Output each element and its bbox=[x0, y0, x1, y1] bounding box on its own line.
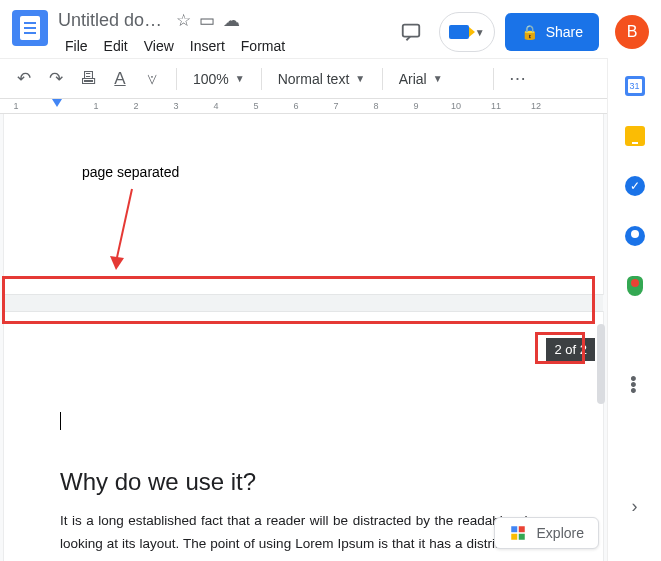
svg-rect-0 bbox=[402, 25, 419, 37]
star-icon[interactable]: ☆ bbox=[176, 10, 191, 31]
svg-rect-5 bbox=[511, 534, 517, 540]
comments-icon[interactable] bbox=[393, 14, 429, 50]
zoom-dropdown[interactable]: 100% ▼ bbox=[187, 65, 251, 93]
docs-app-icon[interactable] bbox=[12, 10, 48, 46]
move-icon[interactable]: ▭ bbox=[199, 10, 215, 31]
ruler-tick: 12 bbox=[531, 101, 541, 111]
addons-more-icon[interactable]: ••• bbox=[630, 376, 638, 394]
annotation-box-large bbox=[2, 276, 595, 324]
svg-marker-2 bbox=[110, 256, 124, 270]
font-value: Arial bbox=[399, 71, 427, 87]
doc-heading[interactable]: Why do we use it? bbox=[60, 468, 547, 496]
ruler-tick: 3 bbox=[173, 101, 178, 111]
toolbar: ↶ ↷ 🖶 A ⟇ 100% ▼ Normal text ▼ Arial ▼ ⋯ bbox=[0, 58, 661, 98]
ruler-tick: 6 bbox=[293, 101, 298, 111]
ruler-tick: 9 bbox=[413, 101, 418, 111]
ruler-tick: 4 bbox=[213, 101, 218, 111]
keep-icon[interactable] bbox=[625, 126, 645, 146]
paint-format-button[interactable]: ⟇ bbox=[138, 65, 166, 93]
explore-icon bbox=[509, 524, 527, 542]
menu-file[interactable]: File bbox=[58, 36, 95, 56]
side-panel: ••• › bbox=[607, 58, 661, 561]
horizontal-ruler[interactable]: 1 1 2 3 4 5 6 7 8 9 10 11 12 bbox=[0, 98, 661, 114]
vertical-scrollbar[interactable] bbox=[597, 124, 605, 444]
svg-rect-6 bbox=[518, 534, 524, 540]
chevron-down-icon: ▼ bbox=[475, 27, 485, 38]
svg-rect-4 bbox=[518, 526, 524, 532]
explore-label: Explore bbox=[537, 525, 584, 541]
video-icon bbox=[449, 25, 469, 39]
more-tools-button[interactable]: ⋯ bbox=[504, 65, 532, 93]
font-dropdown[interactable]: Arial ▼ bbox=[393, 65, 483, 93]
document-canvas[interactable]: page separated Why do we use it? It is a… bbox=[0, 114, 607, 561]
spellcheck-button[interactable]: A bbox=[106, 65, 134, 93]
styles-dropdown[interactable]: Normal text ▼ bbox=[272, 65, 372, 93]
chevron-down-icon: ▼ bbox=[355, 73, 365, 84]
style-value: Normal text bbox=[278, 71, 350, 87]
doc-body[interactable]: It is a long established fact that a rea… bbox=[60, 510, 547, 561]
page-indicator: 2 of 2 bbox=[546, 338, 595, 361]
ruler-tick: 11 bbox=[491, 101, 501, 111]
doc-title[interactable]: Untitled doc... bbox=[58, 10, 168, 31]
indent-marker[interactable] bbox=[52, 99, 62, 107]
undo-button[interactable]: ↶ bbox=[10, 65, 38, 93]
share-button[interactable]: 🔒 Share bbox=[505, 13, 599, 51]
ruler-tick: 5 bbox=[253, 101, 258, 111]
meet-button[interactable]: ▼ bbox=[439, 12, 495, 52]
ruler-tick: 8 bbox=[373, 101, 378, 111]
menu-edit[interactable]: Edit bbox=[97, 36, 135, 56]
redo-button[interactable]: ↷ bbox=[42, 65, 70, 93]
menu-view[interactable]: View bbox=[137, 36, 181, 56]
menu-insert[interactable]: Insert bbox=[183, 36, 232, 56]
explore-button[interactable]: Explore bbox=[494, 517, 599, 549]
ruler-tick: 1 bbox=[13, 101, 18, 111]
scrollbar-thumb[interactable] bbox=[597, 324, 605, 404]
contacts-icon[interactable] bbox=[625, 226, 645, 246]
chevron-down-icon: ▼ bbox=[433, 73, 443, 84]
menu-format[interactable]: Format bbox=[234, 36, 292, 56]
maps-icon[interactable] bbox=[627, 276, 643, 296]
ruler-tick: 7 bbox=[333, 101, 338, 111]
lock-icon: 🔒 bbox=[521, 24, 538, 40]
collapse-panel-icon[interactable]: › bbox=[632, 496, 638, 517]
text-cursor bbox=[60, 412, 61, 430]
print-button[interactable]: 🖶 bbox=[74, 65, 102, 93]
zoom-value: 100% bbox=[193, 71, 229, 87]
cloud-icon[interactable]: ☁ bbox=[223, 10, 240, 31]
chevron-down-icon: ▼ bbox=[235, 73, 245, 84]
tasks-icon[interactable] bbox=[625, 176, 645, 196]
share-label: Share bbox=[546, 24, 583, 40]
annotation-label: page separated bbox=[82, 164, 179, 180]
account-avatar[interactable]: B bbox=[615, 15, 649, 49]
ruler-tick: 2 bbox=[133, 101, 138, 111]
menu-bar: File Edit View Insert Format bbox=[58, 36, 393, 56]
annotation-arrow-icon bbox=[104, 184, 144, 274]
svg-rect-3 bbox=[511, 526, 517, 532]
page-1-bottom[interactable]: page separated bbox=[4, 114, 603, 294]
calendar-icon[interactable] bbox=[625, 76, 645, 96]
ruler-tick: 10 bbox=[451, 101, 461, 111]
ruler-tick: 1 bbox=[93, 101, 98, 111]
svg-line-1 bbox=[116, 189, 132, 262]
